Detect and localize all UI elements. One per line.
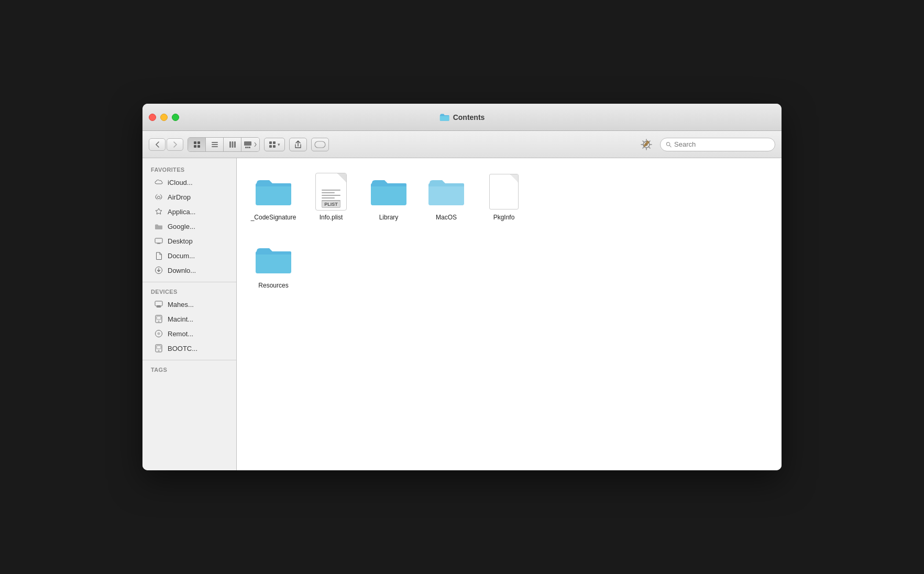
file-icon-pkginfo [485,173,523,211]
sidebar: Favorites iCloud... AirDrop [142,158,237,470]
sidebar-divider-2 [142,360,236,360]
automation-button[interactable] [637,137,656,152]
file-name-library: Library [379,214,399,222]
file-name-pkginfo: PkgInfo [493,214,515,222]
downloads-icon [154,266,163,275]
favorites-label: Favorites [142,164,236,175]
sidebar-item-icloud[interactable]: iCloud... [146,175,233,190]
file-name-codesignature: _CodeSignature [251,214,296,222]
sidebar-item-macint-label: Macint... [168,315,193,323]
view-list-button[interactable] [206,138,224,151]
sidebar-item-bootc-label: BOOTC... [168,345,197,352]
sidebar-item-desktop[interactable]: Desktop [146,234,233,248]
file-icon-library [370,173,408,211]
svg-line-25 [643,141,644,142]
title-area: Contents [439,113,485,122]
svg-line-28 [643,147,644,148]
finder-body: Favorites iCloud... AirDrop [142,158,782,470]
svg-point-44 [158,333,159,334]
airdrop-icon [154,192,163,202]
svg-point-31 [158,196,160,199]
search-icon [666,141,672,148]
files-grid: _CodeSignature [247,169,771,294]
sidebar-item-bootc[interactable]: BOOTC... [146,341,233,356]
google-folder-icon [154,222,163,231]
disc-icon [154,329,163,338]
svg-rect-36 [155,301,162,306]
svg-rect-37 [157,306,161,307]
nav-buttons [149,138,183,151]
svg-point-47 [158,350,159,351]
sidebar-item-desktop-label: Desktop [168,237,193,245]
sidebar-item-remote-label: Remot... [168,330,193,338]
tags-label: Tags [142,365,236,375]
folder-svg-library [370,176,408,207]
applications-icon [154,207,163,216]
sidebar-item-mahes[interactable]: Mahes... [146,297,233,312]
sidebar-item-google-label: Google... [168,223,195,230]
file-item-macos[interactable]: MacOS [420,169,472,226]
bootcamp-drive-icon [154,344,163,353]
share-button[interactable] [289,138,307,151]
view-gallery-button[interactable] [241,138,259,151]
file-item-infoplist[interactable]: PLIST Info.plist [305,169,357,226]
sidebar-item-documents-label: Docum... [168,252,195,260]
file-icon-infoplist: PLIST [312,173,350,211]
svg-rect-40 [157,316,161,319]
svg-rect-4 [212,142,218,143]
file-item-codesignature[interactable]: _CodeSignature [247,169,300,226]
search-bar[interactable] [660,138,775,151]
sidebar-item-documents[interactable]: Docum... [146,248,233,263]
file-item-resources[interactable]: Resources [247,237,300,294]
tag-button[interactable] [311,138,329,151]
svg-rect-16 [269,145,272,148]
svg-rect-5 [212,144,218,145]
sidebar-item-google[interactable]: Google... [146,219,233,234]
sidebar-item-icloud-label: iCloud... [168,179,193,186]
maximize-button[interactable] [172,114,179,121]
svg-rect-10 [244,141,251,146]
svg-rect-12 [247,147,249,148]
main-content: _CodeSignature [237,158,782,470]
forward-button[interactable] [167,138,183,151]
file-icon-macos [427,173,465,211]
title-bar: Contents [142,104,782,131]
file-icon-codesignature [255,173,292,211]
back-button[interactable] [149,138,166,151]
sidebar-item-airdrop-label: AirDrop [168,193,191,201]
sidebar-item-downloads[interactable]: Downlo... [146,263,233,278]
toolbar: ▾ [142,131,782,158]
file-icon-resources [255,241,292,279]
svg-rect-9 [234,141,236,148]
sidebar-item-remote[interactable]: Remot... [146,326,233,341]
traffic-lights [149,114,179,121]
svg-rect-18 [315,141,325,148]
title-folder-icon [439,113,450,122]
sidebar-item-macint[interactable]: Macint... [146,312,233,326]
file-item-library[interactable]: Library [362,169,415,226]
view-icon-button[interactable] [188,138,206,151]
sidebar-item-applications-label: Applica... [168,208,195,216]
sidebar-item-airdrop[interactable]: AirDrop [146,190,233,204]
svg-rect-11 [245,147,247,148]
close-button[interactable] [149,114,156,121]
svg-rect-0 [194,141,196,144]
svg-rect-8 [232,141,233,148]
view-columns-button[interactable] [224,138,241,151]
svg-rect-7 [229,141,231,148]
search-input[interactable] [674,140,769,148]
folder-svg-macos [427,176,465,207]
minimize-button[interactable] [160,114,168,121]
svg-rect-46 [157,346,161,349]
file-item-pkginfo[interactable]: PkgInfo [478,169,530,226]
sidebar-item-mahes-label: Mahes... [168,301,194,308]
desktop-icon [154,236,163,246]
sidebar-item-applications[interactable]: Applica... [146,204,233,219]
arrange-button[interactable]: ▾ [264,138,285,151]
svg-rect-3 [197,145,200,148]
svg-rect-13 [249,147,250,148]
sidebar-item-downloads-label: Downlo... [168,267,196,274]
folder-svg-codesignature [255,176,292,207]
file-name-resources: Resources [258,282,288,290]
window-title: Contents [453,113,485,122]
